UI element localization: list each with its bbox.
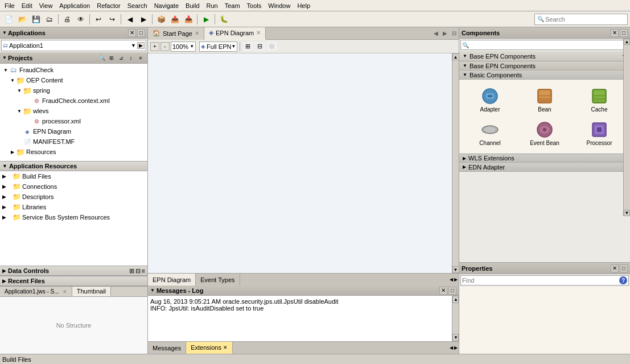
vscroll-down[interactable]: ▼ [452,266,459,273]
comp-vscroll[interactable]: ▲ ▼ [623,39,630,216]
tree-fraudcheck-ctx[interactable]: ⚙ FraudCheck.context.xml [0,96,147,106]
tab-nav-left[interactable]: ◀ [431,30,440,36]
log-nav-left[interactable]: ◀ [450,345,453,350]
dc-btn3[interactable]: ≡ [142,267,145,274]
comp-event-bean[interactable]: Event Bean [518,118,571,149]
save-btn[interactable]: 💾 [30,13,42,26]
tab-messages[interactable]: Messages [148,342,186,354]
comp-adapter[interactable]: Adapter [464,84,516,115]
run-btn[interactable]: ▶ [200,13,212,26]
fit2-btn[interactable]: ⊟ [254,42,265,51]
applications-max-btn[interactable]: □ [137,29,145,37]
comp-bean[interactable]: Bean [518,84,571,115]
deploy3-btn[interactable]: 📥 [182,13,195,26]
dc-btn1[interactable]: ⊞ [129,267,134,275]
comp-max-btn[interactable]: □ [620,29,628,37]
bottom-nav-right[interactable]: ▶ [454,277,458,282]
project-more-btn[interactable]: ≡ [136,53,145,63]
menu-refactor[interactable]: Refactor [93,1,124,10]
deploy2-btn[interactable]: 📤 [168,13,181,26]
extensions-close[interactable]: ✕ [223,345,228,350]
edn-adapter-header[interactable]: ▶ EDN Adapter [459,163,630,172]
tree-resources[interactable]: ▶ 📁 Resources [0,147,147,157]
app-extra-btn[interactable]: ▶ [137,42,145,49]
project-sync-btn[interactable]: ↕ [126,53,135,63]
start-page-close[interactable]: ✕ [195,30,199,36]
bottom-nav-left[interactable]: ◀ [450,277,453,282]
recent-files-header[interactable]: ▶ Recent Files [0,276,147,286]
connections-item[interactable]: ▶ 📁 Connections [0,181,147,192]
menu-tools[interactable]: Tools [244,1,265,10]
epn-mode-select[interactable]: ◈ Full EPN ▼ [199,42,237,52]
basic-comp-header[interactable]: ▼ Basic Components [459,71,630,80]
tab-thumbnail[interactable]: Thumbnail [72,287,111,296]
menu-edit[interactable]: Edit [18,1,36,10]
descriptors-item[interactable]: ▶ 📁 Descriptors [0,192,147,202]
new-btn[interactable]: 📄 [2,13,15,26]
service-bus-item[interactable]: ▶ 📁 Service Bus System Resources [0,212,147,222]
menu-help[interactable]: Help [294,1,314,10]
tree-spring[interactable]: ▼ 📁 spring [0,85,147,96]
tab-epn-diagram[interactable]: ◈ EPN Diagram ✕ [204,27,266,40]
zoom-out-btn[interactable]: - [160,42,170,51]
libraries-item[interactable]: ▶ 📁 Libraries [0,202,147,212]
tab-event-types[interactable]: Event Types [196,274,240,286]
menu-window[interactable]: Window [265,1,294,10]
project-expand-btn[interactable]: ⊞ [107,53,116,63]
zoom-select[interactable]: 100% ▼ [171,42,196,52]
comp-scroll-down[interactable]: ▼ [624,210,630,216]
wls-extensions-header[interactable]: ▶ WLS Extensions [459,154,630,163]
editor-vscroll[interactable]: ▲ ▼ [452,53,459,273]
log-scroll-down[interactable]: ▼ [452,334,459,341]
menu-team[interactable]: Team [221,1,244,10]
tab-epn-diagram-bottom[interactable]: EPN Diagram [148,274,196,286]
tab-app1-close[interactable]: ✕ [63,289,67,295]
props-max-btn[interactable]: □ [620,264,628,272]
base-epn-inner-header[interactable]: ▼ Base EPN Components [459,61,630,71]
epn-mode-arrow[interactable]: ▼ [231,44,236,49]
res-toggle[interactable]: ▶ [9,150,16,155]
projects-toggle[interactable]: ▼ [2,55,7,60]
back-btn[interactable]: ◀ [123,13,136,26]
preview-btn[interactable]: 👁 [75,13,87,26]
props-close-btn[interactable]: ✕ [611,264,619,272]
props-help-icon[interactable]: ? [619,276,627,284]
open-btn[interactable]: 📂 [16,13,28,26]
comp-processor[interactable]: Processor [573,118,625,149]
print-btn[interactable]: 🖨 [61,13,73,26]
forward-btn[interactable]: ▶ [137,13,150,26]
deploy-btn[interactable]: 📦 [155,13,167,26]
tab-nav-scroll[interactable]: ⊟ [450,30,459,36]
tree-processor-xml[interactable]: ⚙ processor.xml [0,116,147,126]
circle-btn[interactable]: ⊙ [266,42,277,51]
menu-view[interactable]: View [36,1,56,10]
fraudcheck-toggle[interactable]: ▼ [2,68,9,73]
tree-manifest[interactable]: 📄 MANIFEST.MF [0,136,147,147]
comp-scroll-up[interactable]: ▲ [624,39,630,45]
log-scroll-up[interactable]: ▲ [452,296,459,303]
log-toggle[interactable]: ▼ [150,288,155,293]
app-dropdown-arrow[interactable]: ▼ [131,43,136,48]
comp-channel[interactable]: Channel [464,118,516,149]
search-input[interactable] [545,16,625,23]
tree-oep-content[interactable]: ▼ 📁 OEP Content [0,75,147,85]
menu-file[interactable]: File [1,1,18,10]
comp-cache[interactable]: Cache [573,84,625,115]
applications-toggle[interactable]: ▼ [2,30,7,35]
tree-fraudcheck[interactable]: ▼ 🗂 FraudCheck [0,65,147,75]
dc-btn2[interactable]: ⊟ [135,267,141,275]
log-max-btn[interactable]: □ [448,287,456,295]
vscroll-up[interactable]: ▲ [452,53,459,60]
debug-btn[interactable]: 🐛 [217,13,230,26]
data-controls-header[interactable]: ▶ Data Controls ⊞ ⊟ ≡ [0,266,147,276]
comp-search-input[interactable] [470,42,627,48]
epn-tab-close[interactable]: ✕ [256,30,261,36]
undo-btn[interactable]: ↩ [92,13,105,26]
tree-wlevs[interactable]: ▼ 📁 wlevs [0,106,147,116]
menu-application[interactable]: Application [56,1,93,10]
menu-build[interactable]: Build [182,1,203,10]
tab-extensions[interactable]: Extensions ✕ [186,342,233,354]
comp-close-btn[interactable]: ✕ [611,29,619,37]
project-filter-btn[interactable]: ⊿ [117,53,126,63]
spring-toggle[interactable]: ▼ [16,88,23,93]
